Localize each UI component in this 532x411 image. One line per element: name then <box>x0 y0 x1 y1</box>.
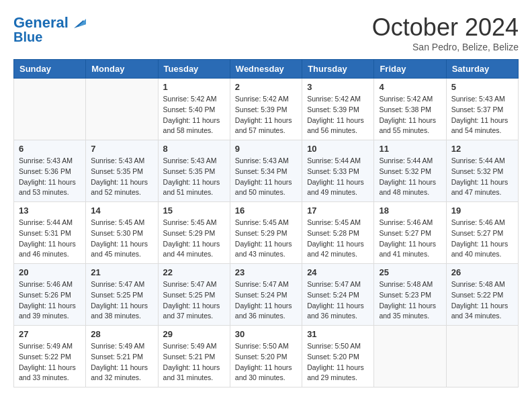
day-number: 12 <box>451 144 513 154</box>
svg-marker-1 <box>78 19 86 27</box>
location-subtitle: San Pedro, Belize, Belize <box>372 42 519 52</box>
day-number: 8 <box>163 144 225 154</box>
calendar-cell: 31Sunrise: 5:50 AMSunset: 5:20 PMDayligh… <box>302 326 374 387</box>
day-info: Sunrise: 5:42 AMSunset: 5:39 PMDaylight:… <box>235 94 297 136</box>
day-number: 22 <box>163 267 225 277</box>
day-number: 7 <box>91 144 152 154</box>
day-number: 19 <box>451 205 513 216</box>
col-header-saturday: Saturday <box>446 60 518 79</box>
day-info: Sunrise: 5:47 AMSunset: 5:25 PMDaylight:… <box>91 279 152 322</box>
page-header: General Blue October 2024 San Pedro, Bel… <box>13 13 519 52</box>
day-info: Sunrise: 5:42 AMSunset: 5:39 PMDaylight:… <box>307 94 369 136</box>
day-info: Sunrise: 5:43 AMSunset: 5:36 PMDaylight:… <box>19 156 81 198</box>
day-number: 23 <box>235 267 297 277</box>
calendar-header-row: SundayMondayTuesdayWednesdayThursdayFrid… <box>14 60 519 79</box>
day-info: Sunrise: 5:43 AMSunset: 5:35 PMDaylight:… <box>163 156 225 198</box>
day-number: 6 <box>19 144 81 154</box>
calendar-cell: 7Sunrise: 5:43 AMSunset: 5:35 PMDaylight… <box>86 140 158 202</box>
calendar-week-4: 20Sunrise: 5:46 AMSunset: 5:26 PMDayligh… <box>14 264 519 326</box>
day-number: 18 <box>379 205 441 216</box>
day-number: 16 <box>235 205 297 216</box>
calendar-week-1: 1Sunrise: 5:42 AMSunset: 5:40 PMDaylight… <box>14 79 519 140</box>
calendar-cell: 10Sunrise: 5:44 AMSunset: 5:33 PMDayligh… <box>302 140 374 202</box>
day-number: 20 <box>19 267 81 277</box>
calendar-cell <box>86 79 158 140</box>
calendar-table: SundayMondayTuesdayWednesdayThursdayFrid… <box>13 59 519 387</box>
day-number: 4 <box>379 82 441 92</box>
day-number: 27 <box>19 329 81 339</box>
day-info: Sunrise: 5:47 AMSunset: 5:25 PMDaylight:… <box>163 279 225 322</box>
day-number: 5 <box>451 82 513 92</box>
day-info: Sunrise: 5:44 AMSunset: 5:31 PMDaylight:… <box>19 218 81 260</box>
day-info: Sunrise: 5:49 AMSunset: 5:21 PMDaylight:… <box>163 341 225 383</box>
calendar-cell: 28Sunrise: 5:49 AMSunset: 5:21 PMDayligh… <box>86 326 158 387</box>
calendar-cell: 1Sunrise: 5:42 AMSunset: 5:40 PMDaylight… <box>158 79 230 140</box>
logo-bird-icon <box>71 15 86 30</box>
calendar-cell <box>14 79 86 140</box>
day-number: 11 <box>379 144 441 154</box>
day-info: Sunrise: 5:48 AMSunset: 5:22 PMDaylight:… <box>451 279 513 322</box>
calendar-cell: 6Sunrise: 5:43 AMSunset: 5:36 PMDaylight… <box>14 140 86 202</box>
calendar-cell: 15Sunrise: 5:45 AMSunset: 5:29 PMDayligh… <box>158 202 230 264</box>
calendar-cell: 3Sunrise: 5:42 AMSunset: 5:39 PMDaylight… <box>302 79 374 140</box>
day-number: 3 <box>307 82 369 92</box>
day-info: Sunrise: 5:43 AMSunset: 5:34 PMDaylight:… <box>235 156 297 198</box>
calendar-cell: 16Sunrise: 5:45 AMSunset: 5:29 PMDayligh… <box>230 202 302 264</box>
calendar-cell: 20Sunrise: 5:46 AMSunset: 5:26 PMDayligh… <box>14 264 86 326</box>
calendar-cell: 17Sunrise: 5:45 AMSunset: 5:28 PMDayligh… <box>302 202 374 264</box>
calendar-week-2: 6Sunrise: 5:43 AMSunset: 5:36 PMDaylight… <box>14 140 519 202</box>
day-info: Sunrise: 5:45 AMSunset: 5:29 PMDaylight:… <box>235 218 297 260</box>
calendar-cell: 22Sunrise: 5:47 AMSunset: 5:25 PMDayligh… <box>158 264 230 326</box>
day-number: 17 <box>307 205 369 216</box>
day-info: Sunrise: 5:47 AMSunset: 5:24 PMDaylight:… <box>307 279 369 322</box>
day-info: Sunrise: 5:44 AMSunset: 5:32 PMDaylight:… <box>451 156 513 198</box>
logo: General Blue <box>13 13 86 44</box>
day-info: Sunrise: 5:45 AMSunset: 5:28 PMDaylight:… <box>307 218 369 260</box>
day-number: 25 <box>379 267 441 277</box>
calendar-cell: 18Sunrise: 5:46 AMSunset: 5:27 PMDayligh… <box>374 202 446 264</box>
calendar-cell: 13Sunrise: 5:44 AMSunset: 5:31 PMDayligh… <box>14 202 86 264</box>
day-number: 1 <box>163 82 225 92</box>
day-number: 24 <box>307 267 369 277</box>
title-area: October 2024 San Pedro, Belize, Belize <box>372 13 519 52</box>
col-header-tuesday: Tuesday <box>158 60 230 79</box>
day-info: Sunrise: 5:45 AMSunset: 5:30 PMDaylight:… <box>91 218 152 260</box>
month-title: October 2024 <box>372 13 519 42</box>
calendar-cell: 5Sunrise: 5:43 AMSunset: 5:37 PMDaylight… <box>446 79 518 140</box>
calendar-cell: 4Sunrise: 5:42 AMSunset: 5:38 PMDaylight… <box>374 79 446 140</box>
calendar-cell: 14Sunrise: 5:45 AMSunset: 5:30 PMDayligh… <box>86 202 158 264</box>
day-number: 21 <box>91 267 152 277</box>
day-info: Sunrise: 5:44 AMSunset: 5:32 PMDaylight:… <box>379 156 441 198</box>
calendar-cell <box>446 326 518 387</box>
day-info: Sunrise: 5:44 AMSunset: 5:33 PMDaylight:… <box>307 156 369 198</box>
col-header-monday: Monday <box>86 60 158 79</box>
day-number: 13 <box>19 205 81 216</box>
day-info: Sunrise: 5:50 AMSunset: 5:20 PMDaylight:… <box>235 341 297 383</box>
calendar-cell: 30Sunrise: 5:50 AMSunset: 5:20 PMDayligh… <box>230 326 302 387</box>
day-number: 2 <box>235 82 297 92</box>
day-info: Sunrise: 5:46 AMSunset: 5:26 PMDaylight:… <box>19 279 81 322</box>
logo-text-blue: Blue <box>13 30 42 44</box>
calendar-cell: 26Sunrise: 5:48 AMSunset: 5:22 PMDayligh… <box>446 264 518 326</box>
col-header-sunday: Sunday <box>14 60 86 79</box>
calendar-cell: 12Sunrise: 5:44 AMSunset: 5:32 PMDayligh… <box>446 140 518 202</box>
day-number: 28 <box>91 329 152 339</box>
calendar-cell: 11Sunrise: 5:44 AMSunset: 5:32 PMDayligh… <box>374 140 446 202</box>
day-info: Sunrise: 5:46 AMSunset: 5:27 PMDaylight:… <box>451 218 513 260</box>
calendar-cell: 24Sunrise: 5:47 AMSunset: 5:24 PMDayligh… <box>302 264 374 326</box>
calendar-cell: 19Sunrise: 5:46 AMSunset: 5:27 PMDayligh… <box>446 202 518 264</box>
day-number: 31 <box>307 329 369 339</box>
day-number: 30 <box>235 329 297 339</box>
day-number: 10 <box>307 144 369 154</box>
day-info: Sunrise: 5:43 AMSunset: 5:37 PMDaylight:… <box>451 94 513 136</box>
calendar-cell: 8Sunrise: 5:43 AMSunset: 5:35 PMDaylight… <box>158 140 230 202</box>
col-header-wednesday: Wednesday <box>230 60 302 79</box>
day-info: Sunrise: 5:47 AMSunset: 5:24 PMDaylight:… <box>235 279 297 322</box>
logo-text-general: General <box>13 15 69 31</box>
calendar-cell <box>374 326 446 387</box>
calendar-week-5: 27Sunrise: 5:49 AMSunset: 5:22 PMDayligh… <box>14 326 519 387</box>
day-number: 15 <box>163 205 225 216</box>
day-info: Sunrise: 5:49 AMSunset: 5:21 PMDaylight:… <box>91 341 152 383</box>
day-info: Sunrise: 5:50 AMSunset: 5:20 PMDaylight:… <box>307 341 369 383</box>
day-number: 14 <box>91 205 152 216</box>
